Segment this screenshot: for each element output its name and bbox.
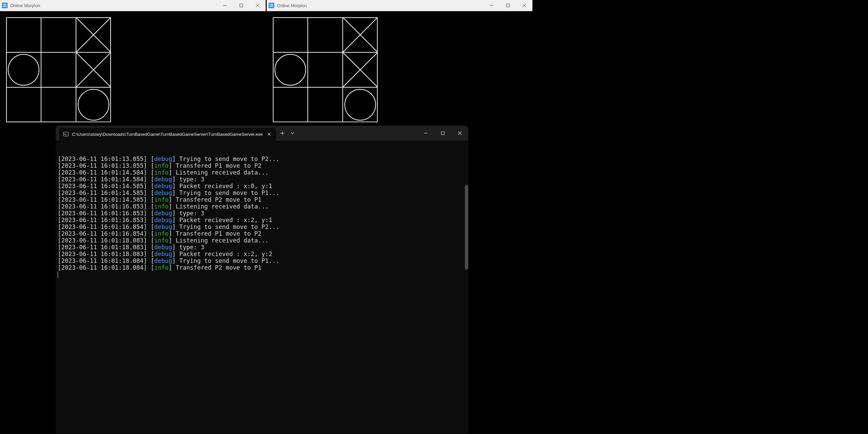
titlebar[interactable]: Online Morpion	[267, 0, 532, 11]
log-timestamp: [2023-06-11 16:01:16.854]	[58, 230, 151, 237]
log-timestamp: [2023-06-11 16:01:14.585]	[58, 189, 151, 196]
svg-rect-1	[3, 3, 7, 7]
maximize-button[interactable]	[500, 0, 516, 11]
log-message: type: 3	[179, 210, 204, 217]
log-level: debug	[154, 176, 172, 183]
minimize-button[interactable]	[217, 0, 233, 11]
log-message: Transfered P1 move to P2	[176, 230, 262, 237]
minimize-button[interactable]	[484, 0, 500, 11]
tictactoe-board[interactable]	[6, 17, 111, 122]
svg-rect-12	[269, 3, 273, 7]
log-timestamp: [2023-06-11 16:01:18.084]	[58, 264, 151, 271]
log-level: debug	[154, 257, 172, 264]
log-timestamp: [2023-06-11 16:01:18.083]	[58, 237, 151, 244]
window-title: Online Morpion	[277, 3, 484, 8]
terminal-close-button[interactable]	[451, 126, 468, 141]
log-message: Trying to send move to P1...	[179, 257, 279, 264]
terminal-window: C:\Users\stowy\Downloads\TurnBasedGame\T…	[56, 126, 468, 434]
tictactoe-board[interactable]	[273, 17, 378, 122]
log-line: [2023-06-11 16:01:14.584] [debug] type: …	[58, 176, 466, 183]
terminal-icon	[63, 131, 69, 137]
svg-rect-14	[507, 4, 510, 7]
text-cursor	[58, 272, 58, 278]
log-timestamp: [2023-06-11 16:01:16.853]	[58, 217, 151, 223]
log-timestamp: [2023-06-11 16:01:16.853]	[58, 203, 151, 210]
svg-rect-3	[240, 4, 243, 7]
log-line: [2023-06-11 16:01:13.055] [info] Transfe…	[58, 162, 466, 169]
log-message: Trying to send move to P2...	[179, 223, 279, 230]
log-level: debug	[154, 210, 172, 217]
log-timestamp: [2023-06-11 16:01:14.585]	[58, 196, 151, 203]
log-level: debug	[154, 244, 172, 251]
log-level: debug	[154, 189, 172, 196]
log-line: [2023-06-11 16:01:14.585] [debug] Packet…	[58, 183, 466, 189]
maximize-button[interactable]	[233, 0, 249, 11]
log-message: Listening received data...	[176, 169, 269, 176]
svg-rect-22	[63, 132, 68, 136]
window-controls	[484, 0, 532, 11]
terminal-scrollbar[interactable]	[465, 185, 468, 270]
cursor-line	[58, 271, 466, 278]
log-line: [2023-06-11 16:01:14.585] [info] Transfe…	[58, 196, 466, 203]
svg-rect-29	[441, 132, 445, 135]
mark-o	[78, 89, 109, 120]
mark-o	[275, 54, 306, 85]
terminal-minimize-button[interactable]	[417, 126, 434, 141]
window-controls	[217, 0, 266, 11]
log-timestamp: [2023-06-11 16:01:13.055]	[58, 156, 151, 162]
log-level: debug	[154, 183, 172, 189]
log-level: info	[154, 162, 168, 169]
log-level: debug	[154, 156, 172, 162]
log-line: [2023-06-11 16:01:16.853] [debug] Packet…	[58, 217, 466, 223]
log-message: type: 3	[179, 244, 204, 251]
log-level: info	[154, 203, 168, 210]
log-line: [2023-06-11 16:01:16.854] [debug] Trying…	[58, 223, 466, 230]
close-button[interactable]	[516, 0, 532, 11]
app-icon	[269, 3, 274, 8]
log-message: Listening received data...	[176, 203, 269, 210]
log-message: Trying to send move to P2...	[179, 156, 279, 162]
terminal-maximize-button[interactable]	[434, 126, 451, 141]
log-message: Transfered P2 move to P1	[176, 264, 262, 271]
log-line: [2023-06-11 16:01:16.854] [info] Transfe…	[58, 230, 466, 237]
log-line: [2023-06-11 16:01:18.084] [info] Transfe…	[58, 264, 466, 271]
tab-close-button[interactable]	[266, 132, 272, 137]
log-level: info	[154, 196, 168, 203]
log-timestamp: [2023-06-11 16:01:14.584]	[58, 176, 151, 183]
log-message: Packet recieved : x:2, y:2	[179, 251, 272, 257]
log-message: Listening received data...	[176, 237, 269, 244]
terminal-output[interactable]: [2023-06-11 16:01:13.055] [debug] Trying…	[56, 141, 468, 434]
log-timestamp: [2023-06-11 16:01:16.853]	[58, 210, 151, 217]
terminal-window-controls	[417, 126, 468, 141]
log-line: [2023-06-11 16:01:18.084] [debug] Trying…	[58, 257, 466, 264]
log-line: [2023-06-11 16:01:14.585] [debug] Trying…	[58, 189, 466, 196]
log-timestamp: [2023-06-11 16:01:16.854]	[58, 223, 151, 230]
log-level: debug	[154, 251, 172, 257]
log-message: Packet recieved : x:2, y:1	[179, 217, 272, 223]
log-timestamp: [2023-06-11 16:01:18.084]	[58, 257, 151, 264]
log-message: type: 3	[179, 176, 204, 183]
tab-dropdown-button[interactable]	[288, 126, 297, 141]
log-level: info	[154, 230, 168, 237]
log-level: debug	[154, 223, 172, 230]
close-button[interactable]	[249, 0, 266, 11]
terminal-tab-active[interactable]: C:\Users\stowy\Downloads\TurnBasedGame\T…	[59, 128, 276, 141]
log-line: [2023-06-11 16:01:16.853] [info] Listeni…	[58, 203, 466, 210]
terminal-tab-title: C:\Users\stowy\Downloads\TurnBasedGame\T…	[72, 132, 263, 137]
titlebar[interactable]: Online Morpion	[0, 0, 266, 11]
log-level: info	[154, 169, 168, 176]
new-tab-button[interactable]	[276, 126, 288, 141]
log-message: Trying to send move to P1...	[179, 189, 279, 196]
log-timestamp: [2023-06-11 16:01:18.083]	[58, 251, 151, 257]
log-level: info	[154, 264, 168, 271]
log-line: [2023-06-11 16:01:18.083] [info] Listeni…	[58, 237, 466, 244]
log-line: [2023-06-11 16:01:18.083] [debug] type: …	[58, 244, 466, 251]
log-timestamp: [2023-06-11 16:01:18.083]	[58, 244, 151, 251]
log-level: debug	[154, 217, 172, 223]
log-line: [2023-06-11 16:01:14.584] [info] Listeni…	[58, 169, 466, 176]
terminal-tabstrip[interactable]: C:\Users\stowy\Downloads\TurnBasedGame\T…	[56, 126, 468, 141]
log-timestamp: [2023-06-11 16:01:14.584]	[58, 169, 151, 176]
log-timestamp: [2023-06-11 16:01:13.055]	[58, 162, 151, 169]
log-message: Transfered P2 move to P1	[176, 196, 262, 203]
window-title: Online Morpion	[10, 3, 217, 8]
